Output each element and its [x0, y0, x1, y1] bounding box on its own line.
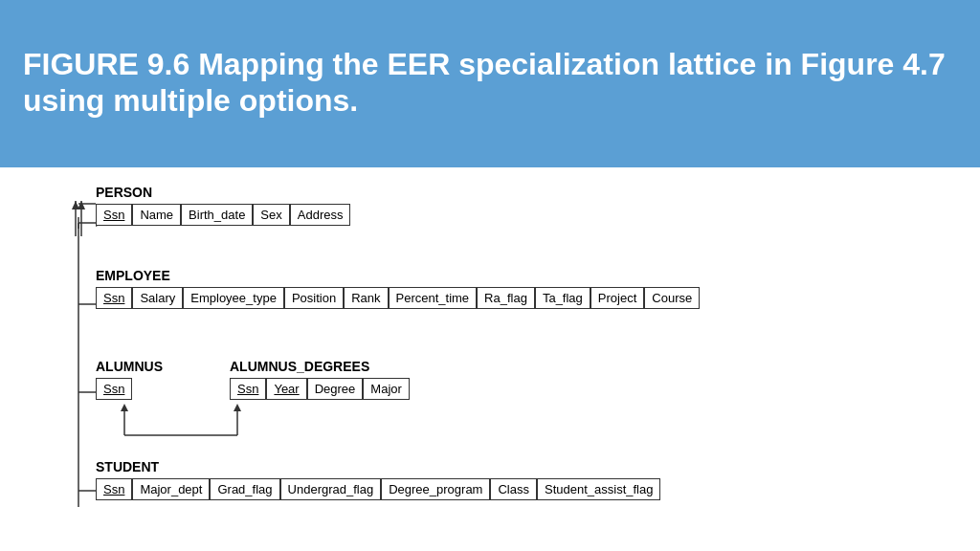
- employee-label: EMPLOYEE: [96, 268, 700, 283]
- student-class: Class: [490, 478, 537, 500]
- alumnus-degrees-major: Major: [363, 378, 410, 400]
- alumnus-degrees-section: ALUMNUS_DEGREES Ssn Year Degree Major: [230, 359, 410, 400]
- student-table-row: Ssn Major_dept Grad_flag Undergrad_flag …: [96, 478, 660, 500]
- header: FIGURE 9.6 Mapping the EER specializatio…: [0, 0, 980, 167]
- alumnus-degrees-table-row: Ssn Year Degree Major: [230, 378, 410, 400]
- student-major-dept: Major_dept: [132, 478, 210, 500]
- employee-table-row: Ssn Salary Employee_type Position Rank P…: [96, 287, 700, 309]
- alumnus-table-row: Ssn: [96, 378, 163, 400]
- employee-position: Position: [284, 287, 344, 309]
- alumnus-degrees-label: ALUMNUS_DEGREES: [230, 359, 410, 374]
- employee-ra-flag: Ra_flag: [477, 287, 535, 309]
- employee-section: EMPLOYEE Ssn Salary Employee_type Positi…: [96, 268, 700, 309]
- employee-salary: Salary: [132, 287, 183, 309]
- svg-marker-13: [78, 201, 85, 209]
- svg-marker-18: [234, 404, 241, 411]
- svg-marker-12: [72, 201, 79, 209]
- diagram-area: PERSON Ssn Name Birth_date Sex Address E…: [0, 167, 980, 551]
- student-degree-program: Degree_program: [381, 478, 490, 500]
- person-birthdate: Birth_date: [181, 204, 253, 226]
- student-section: STUDENT Ssn Major_dept Grad_flag Undergr…: [96, 459, 660, 500]
- person-ssn: Ssn: [96, 204, 132, 226]
- alumnus-section: ALUMNUS Ssn: [96, 359, 163, 400]
- employee-rank: Rank: [344, 287, 388, 309]
- employee-percent-time: Percent_time: [389, 287, 478, 309]
- person-section: PERSON Ssn Name Birth_date Sex Address: [96, 185, 350, 226]
- employee-project: Project: [590, 287, 644, 309]
- student-undergrad-flag: Undergrad_flag: [280, 478, 382, 500]
- employee-course: Course: [644, 287, 700, 309]
- alumnus-label: ALUMNUS: [96, 359, 163, 374]
- student-assist-flag: Student_assist_flag: [537, 478, 660, 500]
- employee-type: Employee_type: [183, 287, 284, 309]
- svg-marker-19: [121, 404, 128, 411]
- alumnus-degrees-ssn: Ssn: [230, 378, 266, 400]
- person-name: Name: [132, 204, 181, 226]
- student-ssn: Ssn: [96, 478, 132, 500]
- alumnus-ssn: Ssn: [96, 378, 132, 400]
- alumnus-degrees-year: Year: [266, 378, 306, 400]
- employee-ta-flag: Ta_flag: [535, 287, 590, 309]
- student-grad-flag: Grad_flag: [210, 478, 279, 500]
- person-label: PERSON: [96, 185, 350, 200]
- alumnus-degrees-degree: Degree: [307, 378, 364, 400]
- student-label: STUDENT: [96, 459, 660, 474]
- header-title: FIGURE 9.6 Mapping the EER specializatio…: [23, 47, 957, 120]
- person-table-row: Ssn Name Birth_date Sex Address: [96, 204, 350, 226]
- employee-ssn: Ssn: [96, 287, 132, 309]
- person-sex: Sex: [253, 204, 289, 226]
- person-address: Address: [290, 204, 351, 226]
